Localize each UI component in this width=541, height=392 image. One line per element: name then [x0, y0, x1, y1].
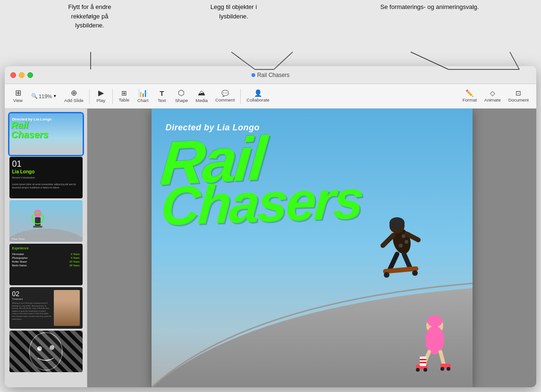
- zoom-button[interactable]: 🔍 119% ▼: [27, 92, 60, 101]
- slide-preview-3: Three Times: [9, 200, 83, 242]
- slide-preview-4: Experience Filmmaker6 Years Photographer…: [9, 244, 83, 285]
- slide-preview-1: Directed by Lia Longo RailChasers: [9, 113, 83, 155]
- media-icon: ⛰: [198, 89, 205, 97]
- slide-thumb-2[interactable]: 2 01 Lia Longo Director's IntroductionLo…: [9, 157, 83, 198]
- svg-point-43: [427, 315, 442, 327]
- shape-button[interactable]: ⬡ Shape: [171, 87, 192, 105]
- slide2-name: Lia Longo: [12, 169, 80, 174]
- comment-label: Comment: [215, 97, 235, 102]
- slide5-right: [54, 290, 80, 326]
- divider-3: [240, 89, 241, 104]
- media-button[interactable]: ⛰ Media: [192, 87, 211, 105]
- add-slide-label: Add Slide: [64, 98, 84, 103]
- close-button[interactable]: [10, 72, 16, 78]
- slide-thumb-6[interactable]: 6: [9, 331, 83, 372]
- play-label: Play: [96, 98, 105, 103]
- comment-icon: 💬: [221, 90, 229, 96]
- slide-preview-5: 02 Treatment Skating is more than just c…: [9, 287, 83, 329]
- slide4-row-4: Berlin Native28 Years: [12, 264, 80, 267]
- divider-1: [89, 89, 90, 104]
- collaborate-label: Collaborate: [246, 97, 270, 102]
- format-button[interactable]: ✏️ Format: [459, 88, 481, 104]
- svg-point-38: [416, 368, 420, 372]
- callout-1-text: Flytt for å endre rekkefølge på lysbilde…: [57, 2, 123, 30]
- document-button[interactable]: ⊡ Document: [505, 88, 533, 104]
- svg-text:Three Times: Three Times: [11, 238, 25, 240]
- slide-thumb-1[interactable]: 1 Directed by Lia Longo RailChasers: [9, 113, 83, 155]
- annotations: Flytt for å endre rekkefølge på lysbilde…: [0, 0, 541, 71]
- graffiti-container: Rail Chasers: [161, 132, 362, 226]
- slide-thumb-5[interactable]: 5 02 Treatment Skating is more than just…: [9, 287, 83, 329]
- title-text: Rail Chasers: [257, 72, 290, 78]
- format-label: Format: [463, 97, 477, 102]
- svg-rect-45: [420, 359, 426, 360]
- play-icon: ▶: [98, 89, 104, 97]
- add-slide-button[interactable]: ⊕ Add Slide: [60, 87, 87, 105]
- chart-icon: 📊: [138, 89, 148, 97]
- minimize-button[interactable]: [19, 72, 25, 78]
- slide-preview-6: [9, 331, 83, 372]
- slide2-number: 01: [12, 160, 80, 168]
- callout-2-text: Legg til objekter i lysbildene.: [196, 2, 271, 21]
- slide5-num: 02: [12, 290, 52, 298]
- slide-thumb-3[interactable]: 3: [9, 200, 83, 242]
- slide4-row-2: Photographer9 Years: [12, 256, 80, 259]
- slide4-title: Experience: [12, 247, 80, 250]
- main-content: 1 Directed by Lia Longo RailChasers 2 01…: [5, 109, 536, 387]
- slide5-image: [54, 290, 80, 326]
- callout-3-text: Se formaterings- og animeringsvalg.: [378, 2, 482, 12]
- text-button[interactable]: T Text: [152, 88, 171, 105]
- shape-icon: ⬡: [178, 89, 185, 97]
- svg-point-23: [405, 240, 408, 244]
- media-label: Media: [195, 98, 208, 103]
- view-icon: ⊞: [15, 89, 21, 97]
- traffic-lights: [5, 72, 33, 78]
- svg-point-24: [399, 244, 403, 247]
- slide-thumb-4[interactable]: 4 Experience Filmmaker6 Years Photograph…: [9, 244, 83, 285]
- comment-button[interactable]: 💬 Comment: [211, 88, 238, 104]
- slide4-row-3: Roller Skater20 Years: [12, 260, 80, 263]
- toolbar: ⊞ View 🔍 119% ▼ ⊕ Add Slide ▶ Play ⊞ Tab…: [5, 84, 536, 109]
- slide3-svg: Three Times: [9, 200, 83, 242]
- text-icon: T: [160, 90, 164, 97]
- svg-point-21: [389, 217, 405, 229]
- maximize-button[interactable]: [27, 72, 33, 78]
- slide5-left: 02 Treatment Skating is more than just c…: [12, 290, 52, 326]
- table-icon: ⊞: [121, 90, 127, 96]
- slide-preview-2: 01 Lia Longo Director's IntroductionLore…: [9, 157, 83, 198]
- zoom-chevron: ▼: [53, 94, 57, 98]
- svg-rect-11: [33, 226, 42, 228]
- animate-label: Animate: [484, 97, 501, 102]
- canvas-area[interactable]: Rail Chasers Directed by Lia Longo: [87, 109, 536, 387]
- play-button[interactable]: ▶ Play: [92, 87, 110, 105]
- slide4-row-1: Filmmaker6 Years: [12, 253, 80, 256]
- svg-point-29: [384, 272, 389, 278]
- window-title: Rail Chasers: [252, 72, 290, 78]
- svg-point-30: [412, 270, 418, 276]
- view-button[interactable]: ⊞ View: [8, 87, 27, 105]
- chart-button[interactable]: 📊 Chart: [134, 87, 152, 105]
- divider-2: [112, 89, 113, 104]
- format-icon: ✏️: [465, 90, 473, 96]
- collaborate-button[interactable]: 👤 Collaborate: [243, 88, 273, 104]
- view-label: View: [13, 98, 23, 103]
- title-icon: [252, 73, 255, 77]
- slide-panel[interactable]: 1 Directed by Lia Longo RailChasers 2 01…: [5, 109, 87, 387]
- svg-point-39: [423, 368, 427, 372]
- document-label: Document: [508, 97, 529, 102]
- annotation-lines: [0, 0, 541, 76]
- document-icon: ⊡: [516, 90, 521, 96]
- svg-rect-10: [35, 217, 41, 226]
- slide6-stripes: [9, 331, 83, 372]
- table-label: Table: [118, 97, 129, 102]
- svg-rect-46: [420, 362, 426, 363]
- shape-label: Shape: [175, 98, 188, 103]
- text-label: Text: [158, 98, 166, 103]
- animate-icon: ◇: [490, 90, 495, 96]
- table-button[interactable]: ⊞ Table: [115, 88, 134, 104]
- collaborate-icon: 👤: [254, 90, 262, 96]
- slide-canvas: Rail Chasers Directed by Lia Longo: [152, 109, 473, 387]
- titlebar: Rail Chasers: [5, 66, 536, 84]
- slide5-title-sm: Treatment: [12, 298, 52, 300]
- animate-button[interactable]: ◇ Animate: [481, 88, 505, 104]
